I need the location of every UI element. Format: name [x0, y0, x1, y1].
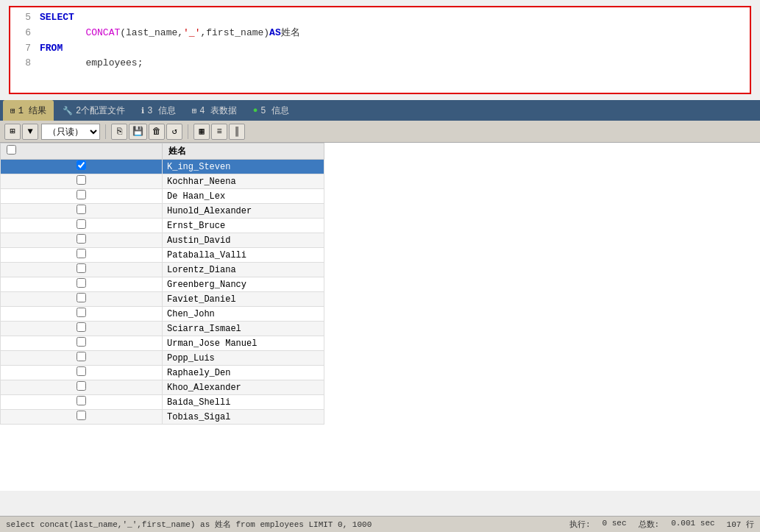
row-checkbox-cell[interactable] [1, 248, 163, 263]
grid-view-button[interactable]: ⊞ [4, 124, 21, 140]
row-checkbox-cell[interactable] [1, 219, 163, 233]
sql-editor[interactable]: 5 SELECT 6 CONCAT (last_name, '_' ,first… [9, 6, 751, 94]
table-row[interactable]: Austin_David [1, 233, 324, 248]
row-value-cell: Tobias_Sigal [163, 410, 324, 425]
row-checkbox-cell[interactable] [1, 277, 163, 292]
row-checkbox-input[interactable] [77, 366, 86, 376]
table-row[interactable]: Ernst_Bruce [1, 219, 324, 233]
table-row[interactable]: Sciarra_Ismael [1, 322, 324, 336]
total-label: 总数: [639, 519, 660, 530]
keyword-from: FROM [40, 41, 63, 57]
row-value-cell: Lorentz_Diana [163, 263, 324, 277]
row-checkbox-input[interactable] [77, 190, 86, 199]
line-number: 8 [16, 56, 31, 71]
row-checkbox-input[interactable] [77, 411, 86, 420]
row-checkbox-cell[interactable] [1, 336, 163, 351]
table-row[interactable]: Tobias_Sigal [1, 410, 324, 425]
refresh-button[interactable]: ↺ [166, 124, 182, 140]
tab-results[interactable]: ⊞ 1 结果 [3, 100, 54, 121]
delete-button[interactable]: 🗑 [149, 124, 165, 140]
extra-button[interactable]: ▼ [22, 124, 38, 140]
row-checkbox-cell[interactable] [1, 174, 163, 189]
table-row[interactable]: Kochhar_Neena [1, 174, 324, 189]
row-button[interactable]: ≡ [211, 124, 227, 140]
row-value-cell: Chen_John [163, 307, 324, 322]
row-checkbox-input[interactable] [77, 337, 86, 347]
tab-config[interactable]: 🔧 2个配置文件 [55, 100, 132, 121]
row-checkbox-input[interactable] [77, 352, 86, 361]
row-checkbox-input[interactable] [77, 249, 86, 258]
total-value: 0.001 sec [671, 519, 714, 530]
table-row[interactable]: Pataballa_Valli [1, 248, 324, 263]
row-checkbox-cell[interactable] [1, 307, 163, 322]
table-row[interactable]: Faviet_Daniel [1, 292, 324, 307]
tab-tabledata[interactable]: ⊞ 4 表数据 [185, 100, 244, 121]
table-name: employees; [85, 56, 143, 71]
row-checkbox-input[interactable] [77, 308, 86, 317]
row-checkbox-cell[interactable] [1, 204, 163, 219]
table-button[interactable]: ▦ [193, 124, 210, 140]
row-checkbox-cell[interactable] [1, 410, 163, 425]
save-button[interactable]: 💾 [129, 124, 147, 140]
tab-results-label: 1 结果 [18, 104, 46, 117]
row-checkbox-input[interactable] [77, 278, 86, 288]
row-checkbox-input[interactable] [77, 219, 86, 229]
table-row[interactable]: Raphaely_Den [1, 366, 324, 380]
copy-button[interactable]: ⎘ [111, 124, 127, 140]
table-row[interactable]: Urman_Jose Manuel [1, 336, 324, 351]
checkbox-header [1, 143, 163, 160]
row-checkbox-input[interactable] [77, 396, 86, 405]
sql-line-8: 8 employees; [16, 56, 744, 71]
row-checkbox-input[interactable] [77, 234, 86, 244]
row-value-cell: Greenberg_Nancy [163, 277, 324, 292]
table-row[interactable]: Khoo_Alexander [1, 380, 324, 395]
row-checkbox-cell[interactable] [1, 322, 163, 336]
table-row[interactable]: K_ing_Steven [1, 160, 324, 174]
table-row[interactable]: Greenberg_Nancy [1, 277, 324, 292]
row-checkbox-cell[interactable] [1, 233, 163, 248]
table-row[interactable]: Popp_Luis [1, 351, 324, 366]
tab-info2[interactable]: ● 5 信息 [246, 100, 296, 121]
tab-bar: ⊞ 1 结果 🔧 2个配置文件 ℹ 3 信息 ⊞ 4 表数据 ● 5 信息 [0, 100, 760, 121]
row-checkbox-cell[interactable] [1, 395, 163, 410]
row-checkbox-cell[interactable] [1, 292, 163, 307]
table-row[interactable]: Chen_John [1, 307, 324, 322]
row-checkbox-cell[interactable] [1, 351, 163, 366]
toolbar-view-group: ▦ ≡ ║ [193, 124, 245, 140]
row-checkbox-input[interactable] [77, 160, 86, 170]
func-concat: CONCAT [85, 26, 120, 41]
execution-value: 0 sec [603, 519, 627, 530]
execution-label: 执行: [569, 519, 591, 530]
row-checkbox-input[interactable] [77, 205, 86, 214]
col-button[interactable]: ║ [229, 124, 245, 140]
info1-icon: ℹ [141, 106, 144, 116]
tab-tabledata-label: 4 表数据 [199, 104, 236, 117]
row-checkbox-cell[interactable] [1, 189, 163, 204]
line-number: 7 [16, 41, 31, 57]
code-args2: ,first_name) [200, 26, 269, 41]
row-checkbox-cell[interactable] [1, 263, 163, 277]
row-checkbox-input[interactable] [77, 381, 86, 391]
keyword-select: SELECT [40, 10, 74, 26]
row-checkbox-cell[interactable] [1, 160, 163, 174]
row-checkbox-input[interactable] [77, 293, 86, 302]
row-checkbox-cell[interactable] [1, 366, 163, 380]
table-row[interactable]: Hunold_Alexander [1, 204, 324, 219]
table-row[interactable]: De Haan_Lex [1, 189, 324, 204]
row-checkbox-input[interactable] [77, 175, 86, 185]
row-checkbox-input[interactable] [77, 322, 86, 332]
code-indent2 [40, 56, 85, 71]
tab-info1[interactable]: ℹ 3 信息 [134, 100, 182, 121]
toolbar-separator-2 [188, 124, 188, 139]
row-checkbox-cell[interactable] [1, 380, 163, 395]
table-header-row: 姓名 [1, 143, 324, 160]
results-area[interactable]: 姓名 K_ing_StevenKochhar_NeenaDe Haan_LexH… [0, 143, 760, 491]
table-row[interactable]: Baida_Shelli [1, 395, 324, 410]
tab-info1-label: 3 信息 [147, 104, 175, 117]
table-row[interactable]: Lorentz_Diana [1, 263, 324, 277]
row-checkbox-input[interactable] [77, 263, 86, 273]
sql-line-5: 5 SELECT [16, 10, 744, 26]
results-tbody: K_ing_StevenKochhar_NeenaDe Haan_LexHuno… [1, 160, 324, 425]
edit-mode-select[interactable]: （只读） 可编辑 [41, 124, 100, 140]
select-all-checkbox[interactable] [7, 145, 16, 155]
